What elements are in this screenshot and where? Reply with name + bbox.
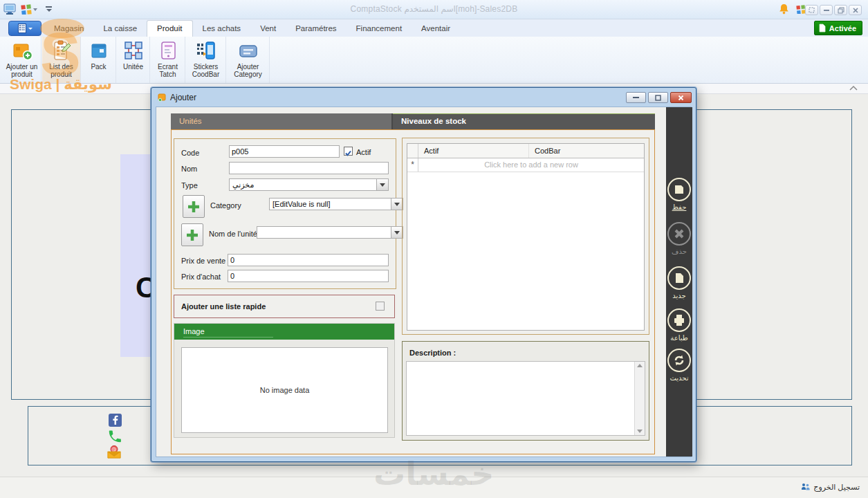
image-placeholder[interactable]: No image data <box>181 347 388 433</box>
collapse-ribbon-icon[interactable] <box>849 83 858 95</box>
pack-label: Pack <box>82 63 116 71</box>
grid-column-actif[interactable]: Actif <box>418 144 529 158</box>
category-label: Category <box>210 201 241 210</box>
close-button[interactable] <box>849 5 862 15</box>
tab-niveaux-de-stock[interactable]: Niveaux de stock <box>393 113 655 129</box>
delete-label: حذف <box>672 248 687 255</box>
ribbon-tab-la-caisse[interactable]: La caisse <box>93 21 147 37</box>
minimize-button[interactable] <box>820 5 833 15</box>
restore-button[interactable] <box>834 5 847 15</box>
dialog-close-button[interactable] <box>670 92 692 103</box>
grid-new-row[interactable]: * Click here to add a new row <box>407 158 644 172</box>
actif-checkbox[interactable] <box>344 147 353 156</box>
unit-button[interactable]: Unitée <box>117 37 150 83</box>
printer-icon <box>667 308 691 332</box>
tab-unites[interactable]: Unités <box>171 113 391 129</box>
dialog-titlebar[interactable]: Ajouter <box>152 89 695 107</box>
add-category-button[interactable]: Ajouter Category <box>227 37 270 83</box>
unit-label: Unitée <box>117 63 149 71</box>
dialog-icon <box>158 93 166 102</box>
pack-box-icon <box>88 39 110 62</box>
dialog-action-sidebar: حفظ حذف جديد <box>666 107 692 456</box>
type-combobox[interactable]: مخزني <box>229 178 389 191</box>
notification-bell-icon[interactable] <box>779 3 789 17</box>
document-icon <box>819 24 826 33</box>
buy-price-label: Prix d'achat <box>181 273 221 281</box>
nom-input[interactable] <box>229 162 389 174</box>
dropdown-arrow-icon[interactable] <box>376 179 388 190</box>
barcode-grid-group: Actif CodBar * Click here to add a new r… <box>402 138 649 335</box>
code-label: Code <box>181 149 199 157</box>
category-value: [EditValue is null] <box>273 200 331 208</box>
barcode-stickers-button[interactable]: Stickers CoodBar <box>186 37 226 83</box>
product-box-add-icon <box>11 39 33 62</box>
print-button[interactable]: طباعة <box>666 308 692 342</box>
unit-combobox[interactable] <box>257 226 403 239</box>
dialog-minimize-button[interactable] <box>626 92 646 103</box>
ribbon-tab-parametres[interactable]: Paramétres <box>286 21 346 37</box>
category-combobox[interactable]: [EditValue is null] <box>269 198 403 210</box>
new-button[interactable]: جديد <box>666 266 692 299</box>
touch-screen-button[interactable]: Ecrant Tatch <box>151 37 185 83</box>
ribbon-tab-vent[interactable]: Vent <box>250 21 286 37</box>
email-icon[interactable]: @ <box>107 445 122 462</box>
dialog-client-area: Unités Niveaux de stock Code Actif Nom T… <box>156 107 692 457</box>
no-image-text: No image data <box>260 386 310 394</box>
nom-label: Nom <box>181 165 197 173</box>
delete-button[interactable]: حذف <box>666 222 692 255</box>
refresh-button[interactable]: تحديث <box>666 349 692 382</box>
plus-icon <box>187 200 201 214</box>
app-window: ComptaStock اسم المستخدم[moh]-Sales2DB M… <box>0 0 868 498</box>
description-scrollbar[interactable] <box>634 362 645 435</box>
tab-page-unites: Code Actif Nom Type مخزني <box>171 129 655 454</box>
save-button[interactable]: حفظ <box>666 178 692 211</box>
new-row-hint[interactable]: Click here to add a new row <box>418 158 644 172</box>
type-label: Type <box>181 181 198 190</box>
quick-list-checkbox[interactable] <box>376 302 385 311</box>
product-form-group: Code Actif Nom Type مخزني <box>174 138 396 289</box>
new-label: جديد <box>672 292 685 299</box>
description-label: Description : <box>409 349 456 357</box>
ribbon-tab-aventair[interactable]: Aventair <box>412 21 460 37</box>
logout-button[interactable]: تسجيل الخروج <box>801 483 860 492</box>
dialog-tabstrip: Unités Niveaux de stock <box>171 113 655 129</box>
facebook-icon[interactable] <box>109 414 122 430</box>
check-icon <box>344 149 352 157</box>
quick-list-label: Ajouter une liste rapide <box>181 302 266 311</box>
ribbon-tab-les-achats[interactable]: Les achats <box>193 21 251 37</box>
swiga-watermark-letter: S <box>40 24 81 84</box>
print-label: طباعة <box>670 334 687 342</box>
add-unit-plus-button[interactable] <box>181 223 203 246</box>
code-input[interactable] <box>229 145 340 158</box>
window-title: ComptaStock اسم المستخدم[moh]-Sales2DB <box>0 4 868 14</box>
activation-badge[interactable]: Activée <box>814 21 862 35</box>
new-document-icon <box>667 266 691 290</box>
grid-column-codbar[interactable]: CodBar <box>529 144 644 158</box>
description-textarea[interactable] <box>406 361 645 436</box>
app-menu-button[interactable] <box>8 21 41 36</box>
sell-price-input[interactable] <box>228 254 389 266</box>
capture-button[interactable] <box>805 5 818 15</box>
type-value: مخزني <box>232 181 254 190</box>
logout-label: تسجيل الخروج <box>813 483 860 492</box>
dropdown-arrow-icon[interactable] <box>391 199 403 210</box>
grid-indicator-header <box>407 144 418 158</box>
delete-icon <box>667 222 691 246</box>
activation-label: Activée <box>829 24 856 33</box>
add-category-plus-button[interactable] <box>183 195 205 218</box>
quick-list-group: Ajouter une liste rapide <box>174 295 395 318</box>
dropdown-arrow-icon[interactable] <box>391 227 403 238</box>
ribbon-tab-produit[interactable]: Produit <box>147 20 192 37</box>
sell-price-label: Prix de vente <box>181 257 225 265</box>
barcode-phone-icon <box>195 39 217 62</box>
barcode-grid[interactable]: Actif CodBar * Click here to add a new r… <box>407 143 645 331</box>
ribbon-tab-financement[interactable]: Financement <box>347 21 412 37</box>
dialog-maximize-button[interactable] <box>648 92 668 103</box>
scroll-up-icon[interactable] <box>637 364 643 367</box>
image-header-underline <box>183 337 273 338</box>
category-card-icon <box>237 39 259 62</box>
scroll-down-icon[interactable] <box>637 430 643 433</box>
windows-logo-small-icon[interactable] <box>796 4 806 17</box>
buy-price-input[interactable] <box>228 270 389 282</box>
grid-header-row: Actif CodBar <box>407 144 644 158</box>
